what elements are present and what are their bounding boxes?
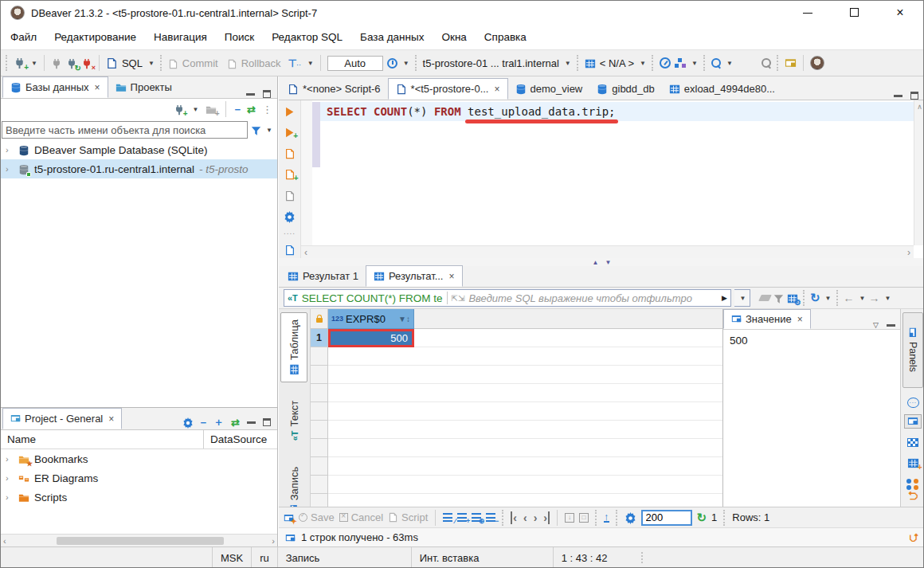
value-panel-minimize-icon[interactable] <box>887 324 895 327</box>
tree-item-bookmarks[interactable]: › ★ Bookmarks <box>1 449 277 468</box>
expand-chevron-icon[interactable]: › <box>6 164 14 174</box>
nav-forward-icon[interactable]: → <box>868 292 879 304</box>
close-button[interactable]: × <box>877 6 923 20</box>
grid-config-icon[interactable]: ⚙ <box>787 292 798 304</box>
transaction-dropdown-icon[interactable]: ▼ <box>307 60 314 67</box>
view-tab-text[interactable]: «T Текст <box>280 392 307 449</box>
references-panel-icon[interactable] <box>906 479 919 490</box>
new-connection-toolbar-icon[interactable]: + <box>174 103 185 116</box>
apply-filter-icon[interactable]: ▶ <box>722 294 727 302</box>
network-profile-icon[interactable] <box>675 58 686 68</box>
project-settings-icon[interactable] <box>182 416 194 429</box>
execute-new-tab-icon[interactable]: + <box>284 126 295 138</box>
tab-databases[interactable]: Базы данных × <box>2 76 108 98</box>
refresh-dropdown-icon[interactable]: ▼ <box>825 295 832 302</box>
export-data-icon[interactable]: ↑ <box>604 512 609 523</box>
script-button[interactable]: Script <box>388 511 428 523</box>
menu-file[interactable]: Файл <box>10 31 37 43</box>
project-horizontal-scrollbar[interactable]: ‹ › <box>1 534 277 546</box>
panel-maximize-icon[interactable] <box>263 90 271 98</box>
tab-gibdd-db[interactable]: gibdd_db <box>589 78 662 100</box>
filter-dropdown-icon[interactable]: ▼ <box>266 127 272 134</box>
quick-search-icon[interactable] <box>762 58 771 68</box>
panel-refresh-icon[interactable]: ⮌ <box>908 490 918 502</box>
sash-up-icon[interactable]: ▲ <box>593 259 599 266</box>
expand-chevron-icon[interactable]: › <box>6 454 14 464</box>
export-result-icon[interactable] <box>284 244 296 257</box>
filter-placeholder[interactable]: Введите SQL выражение чтобы отфильтро <box>468 292 718 304</box>
sql-line-1[interactable]: SELECT COUNT(*) FROM test_upload_data.tr… <box>320 102 914 121</box>
value-panel-menu-icon[interactable]: ▽ <box>873 321 879 329</box>
expand-all-icon[interactable]: ＋ <box>213 415 224 429</box>
commit-button[interactable]: Commit <box>182 57 218 69</box>
column-name[interactable]: Name <box>1 430 204 449</box>
expand-filter-icon[interactable]: ⇱⇲ <box>452 294 465 303</box>
scroll-right-icon[interactable]: › <box>907 247 910 258</box>
panel-minimize-icon[interactable] <box>246 93 255 96</box>
tab-close-icon[interactable]: × <box>797 314 803 325</box>
sql-editor-icon[interactable] <box>106 57 118 69</box>
auto-refresh-icon[interactable]: ↻ <box>697 511 707 525</box>
explain-plan-icon[interactable] <box>284 189 296 202</box>
pin-result-icon[interactable]: ✦ <box>284 511 294 523</box>
object-search-input[interactable] <box>2 121 248 139</box>
execute-script-new-tab-icon[interactable]: + <box>284 168 296 181</box>
expand-chevron-icon[interactable]: › <box>6 145 14 155</box>
sql-editor-dropdown-icon[interactable]: ▼ <box>148 60 155 67</box>
database-dropdown-icon[interactable]: ▼ <box>640 60 646 67</box>
filter-history-dropdown-icon[interactable]: ▼ <box>734 289 750 307</box>
tab-result-1[interactable]: Результат 1 <box>280 265 366 287</box>
reconnect-icon[interactable]: ↻ <box>66 57 77 69</box>
panel-minimize-icon[interactable] <box>247 421 256 424</box>
filter-combo[interactable]: «T SELECT COUNT(*) FROM te ⇱⇲ Введите SQ… <box>284 289 731 307</box>
transaction-log-dropdown-icon[interactable]: ▼ <box>403 60 409 67</box>
disconnect-icon[interactable]: × <box>81 57 92 69</box>
scroll-left-icon[interactable]: ‹ <box>304 247 307 258</box>
result-grid[interactable]: 123 EXPR$0 ▼↕ 1 500 <box>311 309 722 507</box>
scroll-lock-icon[interactable]: ⮍ <box>908 531 918 543</box>
menu-sql-editor[interactable]: Редактор SQL <box>272 31 343 43</box>
column-header-expr0[interactable]: 123 EXPR$0 ▼↕ <box>328 309 414 329</box>
cancel-button[interactable]: Cancel <box>339 511 383 523</box>
tab-script-7[interactable]: *<t5-prostore-0... × <box>388 78 508 100</box>
expand-chevron-icon[interactable]: › <box>6 473 14 483</box>
next-row-icon[interactable]: › <box>534 511 538 524</box>
new-connection-icon[interactable]: + <box>14 57 25 69</box>
sql-editor-label[interactable]: SQL <box>122 57 143 69</box>
refresh-result-icon[interactable]: ↻ <box>810 291 820 305</box>
menu-database[interactable]: База данных <box>360 31 424 43</box>
minimize-button[interactable] <box>785 6 831 19</box>
tree-item-sample-db[interactable]: › DBeaver Sample Database (SQLite) <box>1 140 277 159</box>
network-dropdown-icon[interactable]: ▼ <box>691 60 698 67</box>
tab-close-icon[interactable]: × <box>449 271 455 282</box>
nav-forward-dropdown-icon[interactable]: ▼ <box>884 295 891 302</box>
duplicate-row-icon[interactable]: ⊕ <box>472 513 481 522</box>
tab-result-2[interactable]: Результат... × <box>366 265 463 287</box>
editor-minimize-icon[interactable] <box>894 95 902 97</box>
rollback-button[interactable]: Rollback <box>241 57 281 69</box>
new-connection-dropdown-icon[interactable]: ▼ <box>31 60 37 67</box>
view-tab-record[interactable]: Запись <box>280 459 307 507</box>
open-perspective-icon[interactable] <box>785 57 797 69</box>
delete-row-icon[interactable]: − <box>486 513 495 522</box>
save-button[interactable]: Save <box>299 511 335 523</box>
expand-chevron-icon[interactable]: › <box>6 492 14 502</box>
active-database-combo[interactable]: < N/A > <box>600 57 634 69</box>
first-row-icon[interactable]: ‹ <box>511 511 517 524</box>
clear-filter-icon[interactable] <box>758 295 772 301</box>
search-metadata-icon[interactable] <box>711 58 721 68</box>
selected-cell-value[interactable]: 500 <box>328 329 414 347</box>
transaction-log-icon[interactable] <box>387 58 397 69</box>
collapse-all-icon[interactable]: − <box>201 417 207 429</box>
commit-mode-combo[interactable]: Auto <box>327 56 383 71</box>
maximize-button[interactable] <box>831 6 877 19</box>
new-folder-icon[interactable]: + <box>206 103 217 116</box>
previous-row-icon[interactable]: ‹ <box>523 511 527 524</box>
execute-script-icon[interactable] <box>284 147 296 159</box>
column-datasource[interactable]: DataSource <box>204 433 267 445</box>
fetch-size-input[interactable] <box>641 510 692 526</box>
tab-project-general[interactable]: Project - General × <box>2 408 122 429</box>
tree-item-er-diagrams[interactable]: › ER Diagrams <box>1 468 277 488</box>
dbeaver-perspective-icon[interactable] <box>810 56 824 70</box>
menu-edit[interactable]: Редактирование <box>54 31 136 43</box>
